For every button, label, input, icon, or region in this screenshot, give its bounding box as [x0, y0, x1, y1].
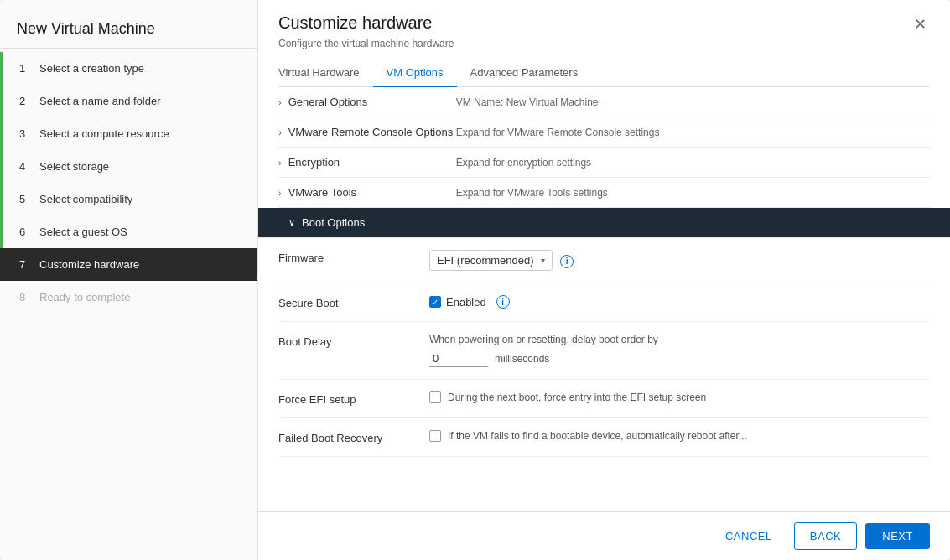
step-label-2: Select a name and folder [39, 95, 161, 107]
sidebar-item-creation-type[interactable]: 1 Select a creation type [0, 52, 257, 85]
new-vm-dialog: New Virtual Machine 1 Select a creation … [0, 0, 950, 560]
force-efi-label: Force EFI setup [278, 391, 429, 406]
sidebar-item-storage[interactable]: 4 Select storage [0, 150, 257, 183]
step-label-6: Select a guest OS [39, 226, 127, 238]
dialog-footer: CANCEL BACK NEXT [258, 511, 950, 560]
step-num-2: 2 [19, 95, 31, 107]
section-vmware-tools[interactable]: › VMware Tools Expand for VMware Tools s… [278, 178, 930, 208]
force-efi-checkbox[interactable] [429, 391, 441, 403]
step-num-6: 6 [19, 226, 31, 238]
secure-boot-info-icon[interactable]: i [496, 295, 510, 309]
sidebar-item-compatibility[interactable]: 5 Select compatibility [0, 183, 257, 215]
boot-delay-input-row: milliseconds [429, 350, 920, 367]
section-value-vmrc: Expand for VMware Remote Console setting… [456, 127, 660, 138]
sidebar-item-name-folder[interactable]: 2 Select a name and folder [0, 85, 257, 117]
boot-delay-label: Boot Delay [278, 334, 429, 348]
force-efi-value-label: During the next boot, force entry into t… [448, 391, 706, 403]
section-label-vmware-tools: VMware Tools [288, 186, 456, 199]
firmware-label: Firmware [278, 250, 429, 264]
step-label-7: Customize hardware [39, 258, 139, 271]
chevron-right-icon-enc: › [278, 158, 282, 168]
secure-boot-row: Secure Boot Enabled i [278, 283, 930, 322]
section-boot-options[interactable]: ∨ Boot Options [258, 208, 950, 238]
boot-delay-input[interactable] [429, 350, 488, 367]
tab-virtual-hardware[interactable]: Virtual Hardware [278, 60, 373, 87]
boot-delay-control: When powering on or resetting, delay boo… [429, 334, 920, 367]
sidebar-dialog-title: New Virtual Machine [0, 7, 257, 49]
step-num-1: 1 [19, 62, 31, 75]
step-num-3: 3 [19, 127, 31, 140]
section-value-encryption: Expand for encryption settings [456, 157, 591, 169]
sidebar-item-guest-os[interactable]: 6 Select a guest OS [0, 215, 257, 248]
force-efi-control: During the next boot, force entry into t… [429, 391, 920, 403]
secure-boot-checkbox[interactable] [429, 296, 441, 308]
failed-boot-label: Failed Boot Recovery [278, 430, 429, 444]
secure-boot-control: Enabled i [429, 295, 920, 309]
wizard-sidebar: New Virtual Machine 1 Select a creation … [0, 0, 258, 560]
step-num-4: 4 [19, 160, 31, 173]
section-value-vmware-tools: Expand for VMware Tools settings [456, 187, 608, 199]
vm-options-content: › General Options VM Name: New Virtual M… [258, 87, 950, 511]
step-num-5: 5 [19, 193, 31, 205]
force-efi-row: Force EFI setup During the next boot, fo… [278, 380, 930, 418]
section-label-boot: Boot Options [302, 216, 470, 229]
secure-boot-value-label: Enabled [446, 296, 486, 309]
firmware-value: EFI (recommended) [437, 254, 534, 267]
step-label-1: Select a creation type [39, 62, 144, 75]
section-value-general: VM Name: New Virtual Machine [456, 96, 599, 108]
section-label-general: General Options [288, 96, 456, 108]
sidebar-item-compute-resource[interactable]: 3 Select a compute resource [0, 117, 257, 150]
failed-boot-checkbox[interactable] [429, 430, 441, 442]
main-content: Customize hardware Configure the virtual… [258, 0, 950, 560]
step-label-3: Select a compute resource [39, 127, 169, 140]
boot-options-content: Firmware EFI (recommended) ▾ i Secure Bo… [278, 238, 930, 457]
firmware-control: EFI (recommended) ▾ i [429, 250, 920, 271]
sidebar-item-customize-hardware[interactable]: 7 Customize hardware [0, 248, 257, 281]
section-encryption[interactable]: › Encryption Expand for encryption setti… [278, 148, 930, 178]
content-subtitle: Configure the virtual machine hardware [278, 38, 454, 49]
chevron-right-icon-vmrc: › [278, 127, 282, 137]
tab-bar: Virtual Hardware VM Options Advanced Par… [278, 60, 930, 87]
step-label-4: Select storage [39, 160, 109, 173]
content-header: Customize hardware Configure the virtual… [258, 0, 950, 60]
boot-delay-unit: milliseconds [495, 353, 549, 365]
tab-advanced-parameters[interactable]: Advanced Parameters [457, 60, 592, 87]
firmware-row: Firmware EFI (recommended) ▾ i [278, 238, 930, 283]
chevron-right-icon: › [278, 97, 282, 107]
cancel-button[interactable]: CANCEL [712, 523, 786, 549]
sidebar-item-ready: 8 Ready to complete [0, 281, 257, 314]
step-label-8: Ready to complete [39, 291, 130, 303]
secure-boot-label: Secure Boot [278, 295, 429, 309]
content-title: Customize hardware [278, 13, 454, 33]
section-general-options[interactable]: › General Options VM Name: New Virtual M… [278, 87, 930, 117]
chevron-down-icon-boot: ∨ [288, 217, 295, 228]
firmware-select[interactable]: EFI (recommended) ▾ [429, 250, 553, 271]
section-label-vmrc: VMware Remote Console Options [288, 126, 456, 138]
tab-vm-options[interactable]: VM Options [373, 60, 457, 87]
step-label-5: Select compatibility [39, 193, 132, 205]
failed-boot-row: Failed Boot Recovery If the VM fails to … [278, 418, 930, 457]
boot-delay-description: When powering on or resetting, delay boo… [429, 334, 920, 345]
section-vmrc-options[interactable]: › VMware Remote Console Options Expand f… [278, 117, 930, 148]
chevron-down-icon-firmware: ▾ [541, 256, 545, 265]
step-num-7: 7 [19, 258, 31, 271]
step-num-8: 8 [19, 291, 31, 303]
back-button[interactable]: BACK [794, 522, 857, 550]
failed-boot-value-label: If the VM fails to find a bootable devic… [448, 430, 747, 442]
section-label-encryption: Encryption [288, 156, 456, 169]
boot-delay-row: Boot Delay When powering on or resetting… [278, 322, 930, 380]
failed-boot-control: If the VM fails to find a bootable devic… [429, 430, 920, 442]
firmware-info-icon[interactable]: i [560, 255, 574, 268]
next-button[interactable]: NEXT [865, 523, 930, 549]
chevron-right-icon-tools: › [278, 188, 282, 198]
close-button[interactable]: ✕ [911, 13, 930, 35]
